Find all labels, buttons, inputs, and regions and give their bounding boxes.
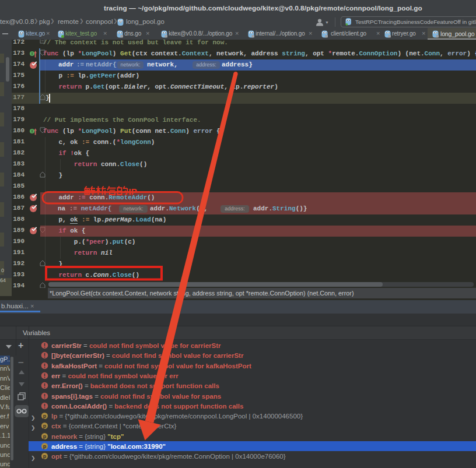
svg-text:p: p: [43, 444, 47, 449]
svg-text:p: p: [43, 433, 47, 439]
svg-text:p: p: [43, 453, 47, 459]
svg-text:p: p: [43, 423, 47, 429]
svg-text:p: p: [43, 413, 47, 419]
